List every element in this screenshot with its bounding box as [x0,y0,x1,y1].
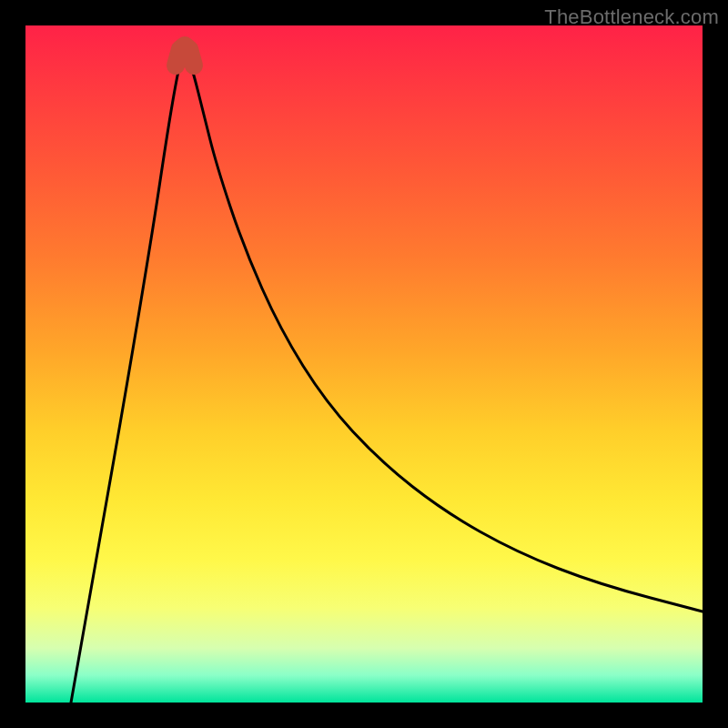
minimum-dip-marker [176,46,194,66]
plot-area [25,25,703,703]
bottleneck-curve [71,55,703,703]
bottleneck-svg [25,25,703,703]
watermark-text: TheBottleneck.com [544,5,719,29]
